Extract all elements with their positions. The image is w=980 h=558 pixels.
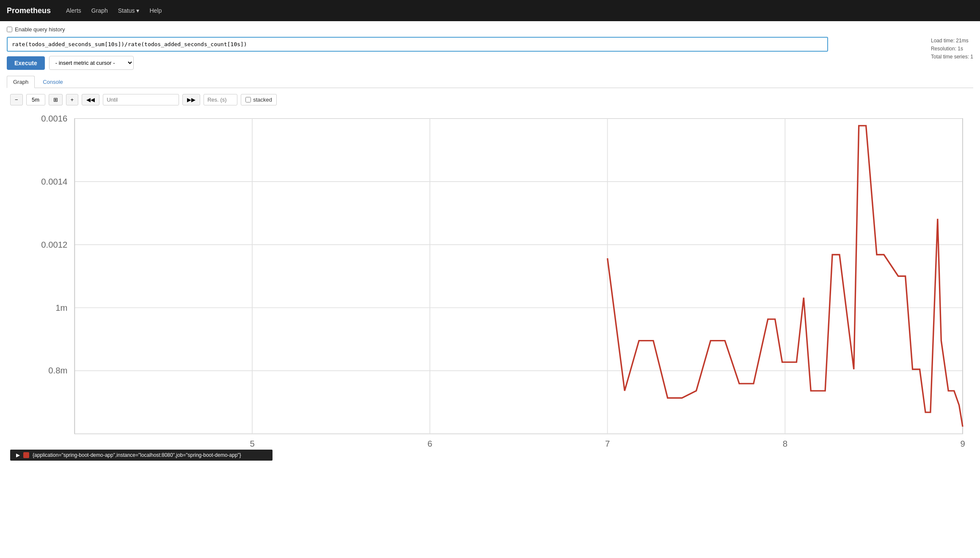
- legend-bar: ▶ {application="spring-boot-demo-app",in…: [10, 450, 273, 461]
- duration-decrease-button[interactable]: −: [10, 94, 23, 105]
- svg-text:0.0014: 0.0014: [41, 177, 67, 186]
- svg-text:1m: 1m: [55, 303, 67, 312]
- chevron-down-icon: ▾: [136, 7, 139, 14]
- tab-console[interactable]: Console: [36, 76, 69, 88]
- duration-increase-button[interactable]: +: [66, 94, 79, 105]
- nav-item-help[interactable]: Help: [144, 0, 167, 21]
- resolution: Resolution: 1s: [931, 45, 973, 53]
- tab-graph[interactable]: Graph: [7, 76, 35, 88]
- stacked-toggle[interactable]: stacked: [241, 94, 277, 105]
- stacked-label-text: stacked: [253, 97, 272, 103]
- resolution-input[interactable]: [204, 94, 237, 105]
- query-input-row: Load time: 21ms Resolution: 1s Total tim…: [7, 37, 973, 52]
- svg-text:8: 8: [783, 439, 787, 448]
- time-forward-button[interactable]: ▶▶: [182, 94, 200, 105]
- svg-text:7: 7: [605, 439, 610, 448]
- main-content: Enable query history Load time: 21ms Res…: [0, 21, 980, 466]
- query-history-checkbox[interactable]: [7, 27, 12, 32]
- duration-input[interactable]: [26, 94, 45, 105]
- chart-svg: 0.0016 0.0014 0.0012 1m 0.8m 5 6 7 8 9: [10, 111, 970, 448]
- chart-container: 0.0016 0.0014 0.0012 1m 0.8m 5 6 7 8 9: [10, 111, 970, 448]
- grid-button[interactable]: ⊞: [49, 94, 63, 105]
- graph-controls: − ⊞ + ◀◀ ▶▶ stacked: [7, 94, 973, 105]
- stacked-checkbox[interactable]: [245, 97, 251, 102]
- query-input[interactable]: [7, 37, 828, 52]
- svg-text:9: 9: [960, 439, 965, 448]
- svg-text:0.0016: 0.0016: [41, 114, 67, 123]
- execute-button[interactable]: Execute: [7, 56, 45, 70]
- query-history-label[interactable]: Enable query history: [15, 26, 65, 33]
- total-time-series: Total time series: 1: [931, 53, 973, 61]
- svg-text:0.0012: 0.0012: [41, 240, 67, 249]
- time-back-button[interactable]: ◀◀: [82, 94, 99, 105]
- until-input[interactable]: [103, 94, 179, 105]
- legend-color-swatch: [23, 452, 29, 458]
- tabs: Graph Console: [7, 76, 973, 88]
- execute-row: Execute - insert metric at cursor -: [7, 56, 973, 70]
- load-time-info: Load time: 21ms Resolution: 1s Total tim…: [931, 37, 973, 61]
- svg-rect-0: [74, 119, 963, 434]
- nav-item-alerts[interactable]: Alerts: [61, 0, 86, 21]
- legend-text[interactable]: {application="spring-boot-demo-app",inst…: [33, 452, 241, 458]
- nav-item-status[interactable]: Status ▾: [113, 0, 145, 21]
- metric-selector[interactable]: - insert metric at cursor -: [49, 56, 134, 70]
- svg-text:6: 6: [427, 439, 432, 448]
- navbar: Prometheus Alerts Graph Status ▾ Help: [0, 0, 980, 21]
- load-time: Load time: 21ms: [931, 37, 973, 45]
- legend-arrow: ▶: [16, 452, 20, 458]
- svg-text:0.8m: 0.8m: [48, 366, 67, 375]
- svg-text:5: 5: [250, 439, 254, 448]
- query-history-row: Enable query history: [7, 26, 973, 33]
- nav-item-graph[interactable]: Graph: [86, 0, 113, 21]
- navbar-brand[interactable]: Prometheus: [7, 6, 51, 15]
